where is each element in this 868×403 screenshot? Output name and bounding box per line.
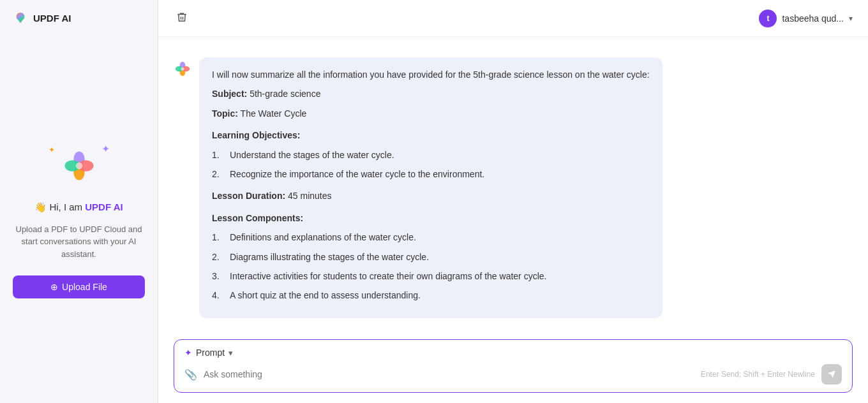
send-icon — [827, 370, 836, 379]
list-item: 1.Definitions and explanations of the wa… — [212, 230, 650, 244]
prompt-dropdown-icon: ▾ — [228, 348, 233, 358]
upload-file-button[interactable]: ⊕ Upload File — [13, 275, 145, 298]
updf-logo-icon — [13, 10, 28, 26]
components-list: 1.Definitions and explanations of the wa… — [212, 230, 650, 303]
main-header: t tasbeeha qud... ▾ — [158, 0, 868, 37]
ai-main-logo-icon — [63, 149, 96, 182]
components-label: Lesson Components: — [212, 213, 303, 223]
topic-label: Topic: — [212, 108, 238, 119]
ai-message-row: I will now summarize all the information… — [174, 57, 853, 318]
user-menu[interactable]: t tasbeeha qud... ▾ — [759, 10, 853, 27]
ai-message-bubble: I will now summarize all the information… — [199, 57, 662, 318]
chevron-down-icon: ▾ — [849, 14, 853, 23]
main-panel: t tasbeeha qud... ▾ I will now summarize… — [158, 0, 868, 403]
duration-label: Lesson Duration: — [212, 191, 285, 201]
prompt-dropdown-button[interactable]: ▾ — [228, 348, 233, 358]
input-box: ✦ Prompt ▾ 📎 Enter Send; Shift + Enter N… — [174, 339, 853, 393]
list-item: 2.Recognize the importance of the water … — [212, 167, 650, 181]
send-button[interactable] — [821, 364, 842, 385]
user-avatar: t — [759, 10, 777, 27]
svg-point-4 — [75, 163, 82, 169]
user-name: tasbeeha qud... — [782, 13, 844, 24]
input-hint: Enter Send; Shift + Enter Newline — [701, 370, 815, 379]
ai-avatar — [174, 60, 191, 78]
sidebar: UPDF AI ✦ ✦ 👋 Hi, I am UPDF AI Upload a … — [0, 0, 158, 403]
svg-point-9 — [181, 67, 184, 70]
ai-icon-container: ✦ ✦ — [47, 140, 111, 191]
objectives-list: 1.Understand the stages of the water cyc… — [212, 148, 650, 182]
subject-value: 5th-grade science — [250, 89, 320, 99]
list-item: 3.Interactive activities for students to… — [212, 269, 650, 283]
prompt-sparkle-icon: ✦ — [184, 348, 192, 358]
attach-icon[interactable]: 📎 — [184, 369, 197, 381]
list-item: 2.Diagrams illustrating the stages of th… — [212, 250, 650, 264]
input-bottom-bar: 📎 Enter Send; Shift + Enter Newline — [184, 364, 842, 385]
input-area: ✦ Prompt ▾ 📎 Enter Send; Shift + Enter N… — [158, 332, 868, 403]
sparkle-right-icon: ✦ — [101, 143, 110, 155]
sidebar-header: UPDF AI — [0, 0, 158, 36]
input-top-bar: ✦ Prompt ▾ — [184, 348, 842, 358]
list-item: 4.A short quiz at the end to assess unde… — [212, 288, 650, 302]
sidebar-content: ✦ ✦ 👋 Hi, I am UPDF AI Upload a PDF to U… — [0, 36, 158, 403]
ask-input[interactable] — [204, 369, 694, 379]
upload-button-label: Upload File — [62, 282, 107, 292]
message-intro: I will now summarize all the information… — [212, 68, 650, 82]
sparkle-left-icon: ✦ — [49, 145, 55, 154]
sidebar-description: Upload a PDF to UPDF Cloud and start con… — [13, 223, 145, 261]
duration-value: 45 minutes — [288, 191, 331, 201]
upload-icon: ⊕ — [50, 282, 58, 292]
greeting-text: 👋 Hi, I am UPDF AI — [34, 202, 123, 213]
topic-value: The Water Cycle — [241, 108, 307, 119]
app-title: UPDF AI — [33, 13, 71, 24]
prompt-label: Prompt — [196, 348, 225, 358]
list-item: 1.Understand the stages of the water cyc… — [212, 148, 650, 162]
subject-label: Subject: — [212, 89, 247, 99]
delete-conversation-button[interactable] — [174, 9, 190, 27]
chat-area: I will now summarize all the information… — [158, 37, 868, 332]
objectives-label: Learning Objectives: — [212, 130, 300, 140]
trash-icon — [176, 11, 188, 23]
